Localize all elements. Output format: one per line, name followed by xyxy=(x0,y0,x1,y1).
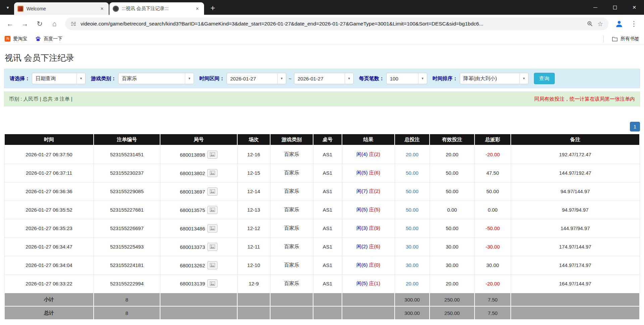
minimize-icon xyxy=(593,7,597,8)
home-button[interactable]: ⌂ xyxy=(48,17,61,31)
close-tab-icon[interactable]: ✕ xyxy=(194,5,201,12)
close-tab-icon[interactable]: ✕ xyxy=(99,5,105,12)
all-bookmarks-button[interactable]: 所有书签 xyxy=(612,36,639,42)
subtotal-count: 8 xyxy=(94,293,160,306)
total-bet-link[interactable]: 30.00 xyxy=(406,262,418,268)
profile-avatar[interactable] xyxy=(612,17,626,31)
cell-total-bet: 50.00 xyxy=(395,164,430,182)
table-header-row: 时间 注单编号 局号 场次 游戏类别 桌号 结果 总投注 有效投注 总派彩 备注 xyxy=(4,134,640,145)
date-range-separator: ~ xyxy=(289,76,292,82)
banker-result: 庄(2) xyxy=(369,151,380,157)
col-header-game: 游戏类别 xyxy=(270,134,313,145)
cell-session: 12-16 xyxy=(237,145,270,164)
forward-button[interactable]: → xyxy=(18,17,32,31)
total-bet-link[interactable]: 50.00 xyxy=(406,170,418,176)
round-replay-icon[interactable] xyxy=(207,151,217,159)
cell-time: 2026-01-27 06:35:23 xyxy=(4,219,94,237)
col-header-payout: 总派彩 xyxy=(475,134,511,145)
cell-result: 闲(2) 庄(6) xyxy=(342,237,395,256)
tab-strip: ▾ Welcome ✕ :::视讯 会员下注记录::: ✕ + ✕ xyxy=(0,0,644,15)
cell-game: 百家乐 xyxy=(270,237,313,256)
cell-table: AS1 xyxy=(313,164,342,182)
total-bet-link[interactable]: 30.00 xyxy=(406,244,418,250)
new-tab-button[interactable]: + xyxy=(207,2,219,14)
browser-menu-icon[interactable]: ⋮ xyxy=(627,17,641,31)
bookmark-baidu[interactable]: 百度一下 xyxy=(35,36,62,42)
sort-select[interactable]: 降幂(由大到小) ▼ xyxy=(460,73,529,84)
close-window-button[interactable]: ✕ xyxy=(625,0,644,15)
cell-note: 164.97/144.97 xyxy=(511,274,640,293)
col-header-bet-id: 注单编号 xyxy=(94,134,160,145)
round-replay-icon[interactable] xyxy=(207,279,217,287)
cell-game: 百家乐 xyxy=(270,201,313,219)
table-row: 2026-01-27 06:37:50 523155231451 6800138… xyxy=(4,145,640,164)
zoom-icon[interactable] xyxy=(587,20,593,27)
cell-note: 94.97/144.97 xyxy=(511,182,640,201)
round-replay-icon[interactable] xyxy=(207,261,217,269)
filter-label-sort: 时间排序： xyxy=(433,75,458,82)
chevron-down-icon[interactable]: ▼ xyxy=(277,73,286,84)
cell-total-bet: 50.00 xyxy=(395,219,430,237)
filter-label-date-range: 时间区间： xyxy=(199,75,225,82)
tab-search-button[interactable]: ▾ xyxy=(1,0,14,15)
cell-table: AS1 xyxy=(313,182,342,201)
cell-valid-bet: 30.00 xyxy=(430,256,475,274)
chevron-down-icon[interactable]: ▼ xyxy=(519,73,528,84)
cell-session: 12-10 xyxy=(237,256,270,274)
cell-total-bet: 50.00 xyxy=(395,201,430,219)
cell-valid-bet: 50.00 xyxy=(430,164,475,182)
chevron-down-icon[interactable]: ▼ xyxy=(77,73,85,84)
query-button[interactable]: 查询 xyxy=(534,73,555,84)
round-replay-icon[interactable] xyxy=(207,243,217,251)
subtotal-label: 小计 xyxy=(4,293,94,306)
chevron-down-icon[interactable]: ▼ xyxy=(418,73,427,84)
tab-welcome[interactable]: Welcome ✕ xyxy=(14,2,109,15)
bookmark-taobao[interactable]: 淘 爱淘宝 xyxy=(5,36,27,42)
total-bet-link[interactable]: 20.00 xyxy=(406,152,418,157)
total-bet-link[interactable]: 50.00 xyxy=(406,225,418,231)
bookmarks-divider xyxy=(603,36,604,42)
cell-round: 680013575 xyxy=(160,201,237,219)
maximize-button[interactable] xyxy=(605,0,625,15)
cell-note: 144.97/192.47 xyxy=(511,164,640,182)
cell-time: 2026-01-27 06:34:47 xyxy=(4,237,94,256)
total-bet-link[interactable]: 50.00 xyxy=(406,188,418,194)
minimize-button[interactable] xyxy=(586,0,605,15)
cell-valid-bet: 30.00 xyxy=(430,237,475,256)
cell-payout: 47.50 xyxy=(475,164,511,182)
col-header-result: 结果 xyxy=(342,134,395,145)
player-result: 闲(3) xyxy=(356,225,367,231)
cell-game: 百家乐 xyxy=(270,256,313,274)
round-replay-icon[interactable] xyxy=(207,169,217,177)
cell-bet-id: 523155227681 xyxy=(94,201,160,219)
chevron-down-icon[interactable]: ▼ xyxy=(185,73,194,84)
date-start-input[interactable]: 2026-01-27 ▼ xyxy=(227,73,286,84)
table-row: 2026-01-27 06:35:52 523155227681 6800135… xyxy=(4,201,640,219)
reload-button[interactable]: ↻ xyxy=(33,17,46,31)
total-bet-link[interactable]: 50.00 xyxy=(406,207,418,213)
page-content: 视讯 会员下注纪录 请选择： 日期查询 ▼ 游戏类别： 百家乐 ▼ 时间区间： … xyxy=(0,45,644,320)
page-number-button[interactable]: 1 xyxy=(630,122,640,131)
query-type-select[interactable]: 日期查询 ▼ xyxy=(32,73,86,84)
game-kind-select[interactable]: 百家乐 ▼ xyxy=(118,73,194,84)
cell-payout: 50.00 xyxy=(475,182,511,201)
tab-title: Welcome xyxy=(27,6,96,11)
round-replay-icon[interactable] xyxy=(207,187,217,196)
cell-valid-bet: 20.00 xyxy=(430,274,475,293)
site-settings-icon[interactable] xyxy=(70,21,77,27)
bookmark-star-icon[interactable]: ☆ xyxy=(597,20,603,28)
total-valid-bet: 250.00 xyxy=(430,306,475,320)
per-page-input[interactable]: 100 ▼ xyxy=(386,73,427,84)
table-row: 2026-01-27 06:34:47 523155225493 6800133… xyxy=(4,237,640,256)
date-end-input[interactable]: 2026-01-27 ▼ xyxy=(294,73,354,84)
tab-betrecord[interactable]: :::视讯 会员下注记录::: ✕ xyxy=(109,2,204,15)
cell-round: 680013898 xyxy=(160,145,237,164)
address-bar[interactable]: videoie.com/game/betrecord_search/kind3?… xyxy=(65,17,608,30)
cell-session: 12-13 xyxy=(237,201,270,219)
table-row: 2026-01-27 06:37:11 523155230237 6800138… xyxy=(4,164,640,182)
back-button[interactable]: ← xyxy=(3,17,17,31)
round-replay-icon[interactable] xyxy=(207,224,217,232)
total-bet-link[interactable]: 20.00 xyxy=(406,281,418,286)
round-replay-icon[interactable] xyxy=(207,206,217,214)
chevron-down-icon[interactable]: ▼ xyxy=(345,73,353,84)
